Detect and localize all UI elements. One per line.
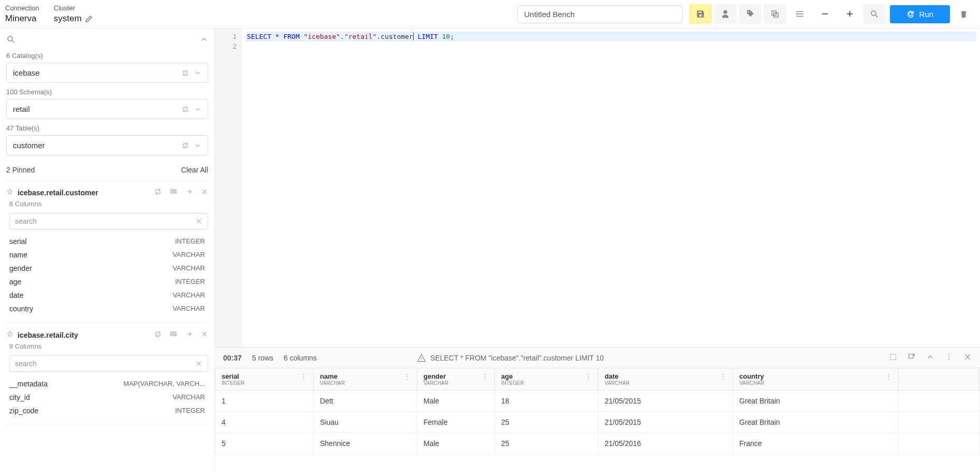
schema-select[interactable]: retail: [6, 99, 208, 119]
column-menu-button[interactable]: ⋮: [585, 372, 592, 380]
line-number: 2: [215, 41, 237, 51]
close-icon: [963, 353, 972, 361]
column-type: VARCHAR: [172, 264, 205, 272]
column-search-input[interactable]: search: [9, 355, 208, 372]
checkbox-toggle[interactable]: [889, 353, 897, 363]
table-row[interactable]: 4SiuauFemale2521/05/2015Great Britain: [215, 412, 980, 433]
column-menu-button[interactable]: ⋮: [720, 372, 726, 380]
connection-value[interactable]: Minerva: [5, 13, 39, 24]
pinned-title[interactable]: icebase.retail.customer: [18, 189, 150, 197]
search-icon: [6, 35, 16, 44]
column-menu-button[interactable]: ⋮: [300, 372, 307, 380]
refresh-button[interactable]: [154, 188, 162, 197]
chevron-down-icon[interactable]: [194, 142, 201, 149]
table-cell: 5: [215, 433, 314, 454]
table-cell: Dett: [314, 391, 417, 412]
search-icon: [870, 9, 879, 19]
column-row[interactable]: genderVARCHAR: [6, 262, 208, 275]
table-cell: Great Britain: [733, 391, 899, 412]
tag-icon: [745, 9, 755, 19]
user-button[interactable]: [714, 4, 737, 24]
pinned-title[interactable]: icebase.retail.city: [18, 331, 150, 339]
refresh-button[interactable]: [154, 330, 162, 339]
close-button[interactable]: [201, 330, 208, 339]
column-row[interactable]: ageINTEGER: [6, 275, 208, 289]
column-row[interactable]: __metadataMAP(VARCHAR, VARCH...: [6, 377, 208, 391]
close-button[interactable]: [201, 188, 208, 197]
cluster-value[interactable]: system: [54, 13, 93, 24]
column-header[interactable]: nameVARCHAR⋮: [314, 368, 417, 391]
chevron-down-icon[interactable]: [194, 106, 201, 113]
code-area[interactable]: SELECT * FROM "icebase"."retail".custome…: [242, 28, 980, 347]
table-row[interactable]: 1DettMale1821/05/2015Great Britain: [215, 391, 980, 412]
refresh-icon[interactable]: [182, 142, 189, 149]
svg-point-3: [8, 36, 12, 41]
export-button[interactable]: [908, 353, 916, 363]
sidebar-search-button[interactable]: [6, 35, 16, 46]
bench-title-input[interactable]: [517, 5, 683, 23]
goto-button[interactable]: [185, 188, 193, 197]
column-name: age: [9, 278, 21, 286]
tag-button[interactable]: [739, 4, 762, 24]
column-header[interactable]: serialINTEGER⋮: [215, 368, 314, 391]
clear-all-button[interactable]: Clear All: [181, 166, 208, 174]
clear-icon[interactable]: [195, 360, 202, 367]
top-header: Connection Minerva Cluster system − + Ru…: [0, 0, 980, 28]
column-row[interactable]: nameVARCHAR: [6, 248, 208, 262]
sidebar: 6 Catalog(s) icebase 100 Schema(s) retai…: [0, 28, 215, 472]
chevron-down-icon[interactable]: [194, 69, 201, 77]
close-results-button[interactable]: [963, 353, 972, 363]
table-value: customer: [13, 141, 45, 150]
more-button[interactable]: [945, 353, 953, 363]
column-row[interactable]: dateVARCHAR: [6, 289, 208, 302]
table-cell: 4: [215, 412, 314, 433]
column-menu-button[interactable]: ⋮: [481, 372, 488, 380]
refresh-icon[interactable]: [182, 106, 189, 113]
column-type: INTEGER: [175, 237, 205, 246]
goto-button[interactable]: [185, 330, 193, 339]
run-button[interactable]: Run: [890, 5, 950, 23]
column-row[interactable]: countryVARCHAR: [6, 302, 208, 315]
clear-icon[interactable]: [195, 218, 202, 225]
columns-button[interactable]: [170, 330, 177, 339]
svg-rect-4: [171, 190, 177, 191]
column-row[interactable]: zip_codeINTEGER: [6, 404, 208, 418]
save-button[interactable]: [689, 4, 712, 24]
table-cell: 25: [495, 433, 598, 454]
column-name: zip_code: [9, 407, 38, 415]
collapse-sidebar-button[interactable]: [200, 35, 208, 45]
column-header[interactable]: countryVARCHAR⋮: [733, 368, 899, 391]
column-header[interactable]: ageINTEGER⋮: [495, 368, 598, 391]
svg-point-9: [948, 354, 949, 355]
results-table[interactable]: serialINTEGER⋮nameVARCHAR⋮genderVARCHAR⋮…: [215, 368, 980, 472]
column-header[interactable]: dateVARCHAR⋮: [598, 368, 733, 391]
collapse-results-button[interactable]: [926, 353, 934, 363]
table-row[interactable]: 5ShenniceMale2521/05/2016France: [215, 433, 980, 454]
table-cell-empty: [899, 433, 980, 454]
table-cell: 21/05/2015: [598, 412, 733, 433]
column-name: name: [9, 251, 27, 259]
column-row[interactable]: city_idVARCHAR: [6, 391, 208, 404]
copy-button[interactable]: [764, 4, 786, 24]
column-menu-button[interactable]: ⋮: [404, 372, 411, 380]
zoom-out-button[interactable]: −: [813, 4, 836, 24]
columns-button[interactable]: [170, 188, 177, 197]
catalog-select[interactable]: icebase: [6, 63, 208, 83]
column-search-input[interactable]: search: [9, 213, 208, 229]
table-cell: 21/05/2015: [598, 391, 733, 412]
refresh-icon: [154, 330, 162, 338]
zoom-in-button[interactable]: +: [838, 4, 861, 24]
table-select[interactable]: customer: [6, 135, 208, 155]
table-label: 47 Table(s): [6, 124, 208, 132]
column-menu-button[interactable]: ⋮: [885, 372, 892, 380]
refresh-icon[interactable]: [182, 69, 189, 77]
search-query-button[interactable]: [863, 4, 886, 24]
column-name: serial: [9, 237, 26, 246]
format-button[interactable]: [788, 4, 811, 24]
column-row[interactable]: serialINTEGER: [6, 235, 208, 248]
pencil-icon[interactable]: [85, 15, 93, 23]
sql-editor[interactable]: 1 2 SELECT * FROM "icebase"."retail".cus…: [215, 28, 980, 347]
column-header[interactable]: genderVARCHAR⋮: [417, 368, 495, 391]
square-icon: [889, 353, 897, 361]
delete-button[interactable]: [952, 4, 975, 24]
